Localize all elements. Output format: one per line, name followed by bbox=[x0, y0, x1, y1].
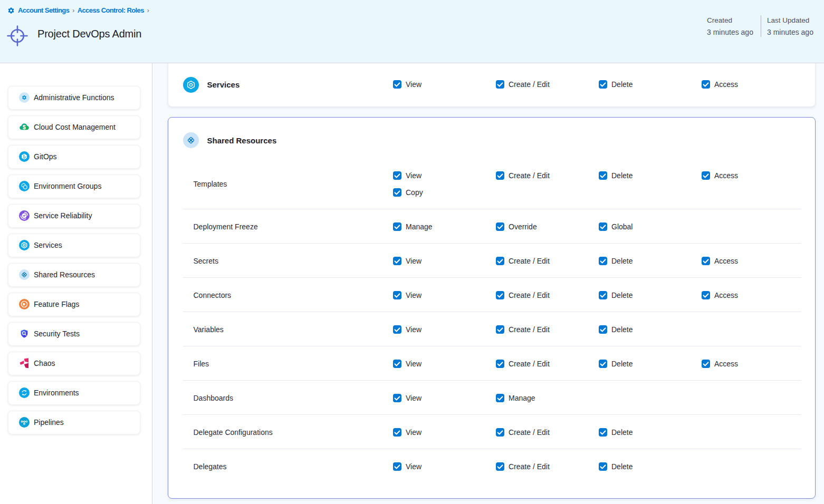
svg-text:$: $ bbox=[23, 124, 26, 130]
